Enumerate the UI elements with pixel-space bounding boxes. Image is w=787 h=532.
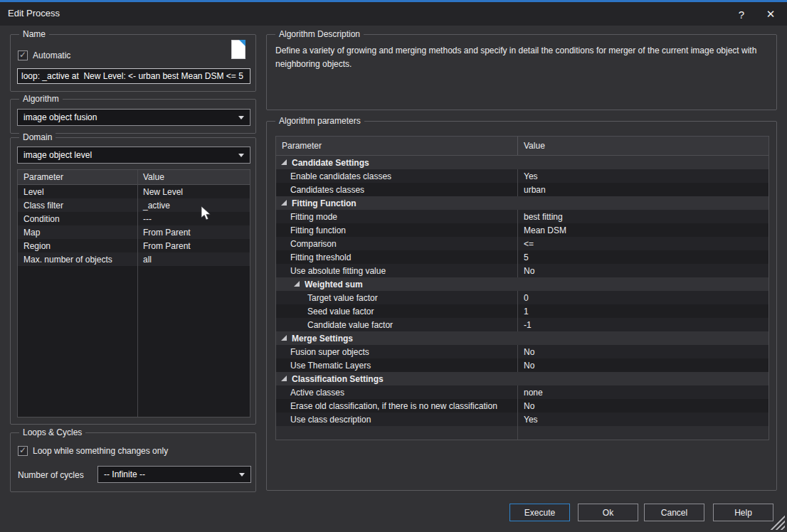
parameter-name: Use class description (276, 413, 518, 426)
process-name-input[interactable] (17, 68, 250, 84)
parameter-row[interactable]: Candidates classesurban (276, 183, 768, 196)
edit-process-dialog: Edit Process ? ✕ Name ✓ Automatic Algori… (0, 0, 787, 532)
domain-table-row[interactable]: RegionFrom Parent (18, 239, 250, 252)
parameter-section-row[interactable]: Weighted sum (276, 277, 768, 291)
domain-param-value[interactable]: New Level (137, 187, 250, 197)
number-of-cycles-dropdown[interactable]: -- Infinite -- (97, 466, 251, 483)
parameter-name: Target value factor (276, 291, 518, 304)
close-icon[interactable]: ✕ (761, 6, 780, 23)
parameter-row[interactable]: Target value factor0 (276, 291, 768, 304)
expanded-triangle-icon[interactable] (281, 335, 287, 341)
parameter-value[interactable]: none (518, 385, 768, 399)
loops-cycles-group: Loops & Cycles ✓ Loop while something ch… (10, 432, 256, 492)
domain-table-row[interactable]: LevelNew Level (18, 185, 250, 198)
parameter-value[interactable]: best fitting (518, 210, 768, 223)
domain-group: Domain image object level Parameter Valu… (10, 137, 256, 425)
document-icon[interactable] (231, 40, 245, 59)
parameter-row[interactable]: Fitting functionMean DSM (276, 223, 768, 237)
parameters-header-parameter: Parameter (276, 137, 518, 155)
loop-checkbox-row[interactable]: ✓ Loop while something changes only (18, 446, 168, 456)
domain-param-value[interactable]: From Parent (137, 241, 250, 251)
parameter-row[interactable]: Erase old classification, if there is no… (276, 399, 768, 413)
parameter-row[interactable]: Fitting threshold5 (276, 250, 768, 264)
cancel-button[interactable]: Cancel (644, 504, 704, 521)
parameter-value[interactable]: No (518, 399, 768, 413)
parameter-value[interactable]: 1 (518, 304, 768, 318)
domain-param-value[interactable]: From Parent (137, 228, 250, 238)
parameter-name: Use Thematic Layers (276, 358, 518, 372)
domain-table-row[interactable]: Condition--- (18, 212, 250, 225)
ok-button[interactable]: Ok (578, 504, 638, 521)
expanded-triangle-icon[interactable] (281, 376, 287, 381)
parameter-value[interactable]: No (518, 345, 768, 358)
domain-table-row[interactable]: Class filter_active (18, 198, 250, 212)
parameter-value[interactable]: 0 (518, 291, 768, 304)
parameter-name: Candidates classes (276, 183, 518, 196)
domain-group-label: Domain (19, 132, 56, 142)
domain-table-row[interactable]: Max. number of objectsall (18, 252, 250, 266)
parameter-section-row[interactable]: Merge Settings (276, 331, 768, 345)
automatic-checkbox-row[interactable]: ✓ Automatic (18, 50, 70, 60)
number-of-cycles-value: -- Infinite -- (104, 469, 145, 479)
parameter-empty-row[interactable] (276, 426, 768, 440)
expanded-triangle-icon[interactable] (281, 200, 287, 206)
parameter-value[interactable]: No (518, 358, 768, 372)
parameter-row[interactable]: Fitting modebest fitting (276, 210, 768, 223)
domain-param-value[interactable]: all (137, 255, 250, 265)
domain-dropdown[interactable]: image object level (17, 147, 250, 164)
domain-header-parameter: Parameter (18, 172, 137, 182)
parameter-name: Fitting function (276, 223, 518, 237)
parameter-row[interactable]: Active classesnone (276, 385, 768, 399)
title-bar[interactable]: Edit Process ? ✕ (0, 2, 787, 26)
parameters-header-value: Value (518, 137, 768, 155)
help-button[interactable]: Help (713, 504, 773, 521)
automatic-checkbox[interactable]: ✓ (18, 50, 28, 60)
parameter-section-row[interactable]: Classification Settings (276, 372, 768, 385)
parameter-value[interactable]: urban (518, 183, 768, 196)
parameter-name: Enable candidates classes (276, 169, 518, 183)
chevron-down-icon (239, 473, 245, 477)
execute-button[interactable]: Execute (509, 504, 570, 521)
parameter-value[interactable]: -1 (518, 318, 768, 331)
parameter-section-row[interactable]: Fitting Function (276, 196, 768, 210)
expanded-triangle-icon[interactable] (281, 159, 287, 165)
parameter-name (276, 426, 518, 440)
parameter-value[interactable]: No (518, 264, 768, 277)
parameter-section-label: Candidate Settings (292, 158, 369, 168)
parameter-row[interactable]: Enable candidates classesYes (276, 169, 768, 183)
domain-param-name: Map (18, 228, 137, 238)
algorithm-parameters-group: Algorithm parameters Parameter Value Can… (266, 121, 777, 491)
column-divider[interactable] (137, 170, 138, 417)
loop-checkbox[interactable]: ✓ (18, 446, 28, 456)
algorithm-dropdown[interactable]: image object fusion (17, 109, 250, 126)
parameter-value[interactable]: Yes (518, 169, 768, 183)
parameter-row[interactable]: Use absolute fitting valueNo (276, 264, 768, 277)
parameter-row[interactable]: Use class descriptionYes (276, 413, 768, 426)
help-icon[interactable]: ? (732, 6, 751, 23)
parameter-name: Fusion super objects (276, 345, 518, 358)
name-group: Name ✓ Automatic (10, 34, 256, 92)
parameter-value[interactable]: Mean DSM (518, 223, 768, 237)
domain-param-name: Class filter (18, 201, 137, 211)
parameter-row[interactable]: Candidate value factor-1 (276, 318, 768, 331)
parameter-row[interactable]: Seed value factor1 (276, 304, 768, 318)
parameter-row[interactable]: Use Thematic LayersNo (276, 358, 768, 372)
domain-param-value[interactable]: _active (137, 201, 250, 211)
parameter-name: Seed value factor (276, 304, 518, 318)
expanded-triangle-icon[interactable] (294, 281, 300, 287)
parameter-row[interactable]: Fusion super objectsNo (276, 345, 768, 358)
parameter-section-row[interactable]: Candidate Settings (276, 156, 768, 169)
check-icon: ✓ (19, 50, 27, 59)
parameters-table-body: Candidate SettingsEnable candidates clas… (276, 156, 768, 440)
domain-param-value[interactable]: --- (137, 214, 250, 224)
domain-table-row[interactable]: MapFrom Parent (18, 225, 250, 239)
domain-param-name: Max. number of objects (18, 255, 137, 265)
parameter-value[interactable]: 5 (518, 250, 768, 264)
parameter-section-label: Classification Settings (292, 374, 384, 384)
domain-table-empty-area (18, 266, 250, 417)
domain-dropdown-value: image object level (23, 150, 92, 160)
parameter-value[interactable]: <= (518, 237, 768, 250)
parameter-row[interactable]: Comparison<= (276, 237, 768, 250)
parameter-name: Use absolute fitting value (276, 264, 518, 277)
parameter-value[interactable]: Yes (518, 413, 768, 426)
